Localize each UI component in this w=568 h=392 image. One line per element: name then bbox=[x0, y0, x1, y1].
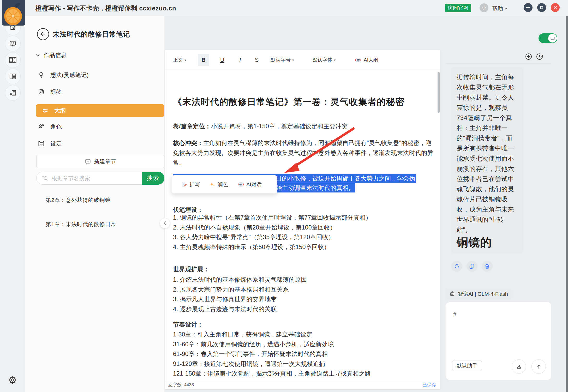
paragraph-label: 核心冲突： bbox=[173, 140, 203, 146]
regenerate-button[interactable] bbox=[451, 261, 462, 272]
export-button[interactable] bbox=[5, 85, 21, 101]
left-icon-rail bbox=[0, 16, 25, 392]
heading-worldview: 世界观扩展： bbox=[173, 264, 434, 274]
orange-logo-icon bbox=[2, 0, 25, 26]
selection-ai-popup: 扩写 润色 AI对话 bbox=[171, 175, 277, 194]
font-family-dropdown[interactable]: 默认字体▾ bbox=[313, 50, 336, 70]
assistant-selector-chip[interactable]: 默认助手 bbox=[452, 360, 482, 371]
polish-label: 润色 bbox=[218, 181, 228, 188]
underline-button[interactable]: U bbox=[217, 54, 228, 66]
caret-down-icon: ▾ bbox=[292, 58, 294, 62]
paragraph-text: 小说开篇卷，第1-150章，奠定基础设定和主要冲突 bbox=[211, 123, 348, 130]
sparkles-icon bbox=[209, 181, 216, 188]
delete-button[interactable] bbox=[482, 261, 493, 272]
robot-line-icon bbox=[449, 291, 455, 297]
title-bar: 橙橙写作 - 写作不卡壳，橙橙帮你剥 ccxiezuo.cn 访问官网 小 帮助 bbox=[0, 0, 568, 16]
chapter-row[interactable]: 第2章：意外获得的破铜镜 bbox=[25, 196, 164, 204]
font-size-dropdown[interactable]: 默认字号▾ bbox=[271, 50, 294, 70]
outline-item: 1. 介绍末法时代的基本修炼体系和灵气稀薄的原因 bbox=[173, 275, 434, 285]
strikethrough-button[interactable]: S bbox=[251, 54, 262, 66]
outline-item: 2. 末法时代的不自然现象（第20章开始埋设，第100章回收） bbox=[173, 223, 434, 233]
expand-writing-label: 扩写 bbox=[189, 181, 200, 188]
chapter-search: 搜索 bbox=[36, 172, 164, 185]
toggle-knob bbox=[548, 34, 557, 43]
outline-item: 61-90章：卷入第一个宗门事件，开始怀疑末法时代的真相 bbox=[173, 349, 434, 359]
polish-button[interactable]: 润色 bbox=[209, 181, 228, 188]
section-work-info[interactable]: 作品信息 bbox=[36, 51, 67, 59]
word-count: 总字数: 4433 bbox=[168, 382, 194, 388]
clear-context-button[interactable] bbox=[512, 359, 526, 374]
chapter-search-input[interactable] bbox=[51, 172, 138, 185]
close-icon bbox=[553, 6, 557, 9]
lightbulb-icon bbox=[38, 72, 45, 79]
user-avatar[interactable]: 小 bbox=[480, 3, 488, 12]
window-scrollbar[interactable] bbox=[566, 16, 568, 392]
ai-message-streaming-text: 铜镜的 bbox=[457, 235, 518, 249]
section-label: 作品信息 bbox=[44, 51, 67, 59]
new-chapter-button[interactable]: 新建章节 bbox=[36, 155, 164, 168]
sidebar-item-label: 角色 bbox=[50, 123, 62, 131]
ai-chat-button[interactable]: AI对话 bbox=[237, 181, 262, 188]
history-button[interactable] bbox=[536, 53, 543, 60]
worldview-list: 1. 介绍末法时代的基本修炼体系和灵气稀薄的原因2. 展现各大宗门势力的基本格局… bbox=[173, 275, 434, 314]
copy-button[interactable] bbox=[467, 261, 477, 272]
project-sidebar: 末法时代的散修日常笔记 作品信息 想法(灵感笔记) 标签 大纲 bbox=[25, 16, 164, 392]
editor-scrollbar[interactable] bbox=[438, 72, 440, 113]
back-button[interactable] bbox=[37, 28, 49, 40]
maximize-button[interactable] bbox=[537, 3, 546, 12]
grid-brackets-icon bbox=[38, 141, 45, 147]
outline-item: 1-30章：引入主角和日常，获得铜镜，建立基础设定 bbox=[173, 330, 434, 340]
document-content[interactable]: 《末法时代的散修日常笔记》第一卷：灵气收集者的秘密 卷/篇章定位：小说开篇卷，第… bbox=[165, 70, 440, 380]
reader-button[interactable] bbox=[5, 69, 21, 84]
sidebar-item-characters[interactable]: 角色 bbox=[38, 121, 160, 132]
send-button[interactable] bbox=[531, 359, 546, 374]
chat-input[interactable]: # bbox=[453, 311, 546, 318]
chapter-row[interactable]: 第1章：末法时代的散修日常 bbox=[25, 220, 164, 229]
help-menu[interactable]: 帮助 bbox=[492, 5, 508, 12]
ai-message-card: 据传输时间，主角每 次收集灵气都在无形 中削弱封禁。更令人 震惊的是，观察员 7… bbox=[451, 67, 523, 254]
chevron-down-icon bbox=[36, 54, 40, 57]
paragraph-positioning: 卷/篇章定位：小说开篇卷，第1-150章，奠定基础设定和主要冲突 bbox=[173, 122, 434, 131]
add-session-button[interactable] bbox=[525, 53, 532, 60]
chat-face-icon bbox=[9, 40, 16, 47]
sidebar-item-settings[interactable]: 设定 bbox=[38, 138, 160, 149]
ai-outline-button[interactable]: AI大纲 bbox=[355, 50, 378, 70]
user-gear-icon bbox=[38, 123, 45, 130]
panel-collapse-button[interactable] bbox=[160, 218, 170, 228]
arrow-left-icon bbox=[40, 32, 46, 37]
minimize-button[interactable] bbox=[524, 3, 533, 12]
paragraph-style-dropdown[interactable]: 正文▾ bbox=[173, 50, 186, 70]
saved-status: 已保存 bbox=[422, 382, 436, 388]
ai-outline-label: AI大纲 bbox=[364, 57, 378, 63]
new-chapter-label: 新建章节 bbox=[94, 158, 116, 165]
search-icon bbox=[42, 175, 49, 182]
copy-icon bbox=[469, 263, 475, 269]
panel-divider bbox=[445, 63, 551, 64]
app-title: 橙橙写作 - 写作不卡壳，橙橙帮你剥 ccxiezuo.cn bbox=[35, 4, 176, 13]
settings-button[interactable] bbox=[8, 376, 17, 384]
sidebar-item-outline-active[interactable]: 大纲 bbox=[36, 104, 164, 117]
open-book-icon bbox=[9, 57, 17, 63]
expand-writing-button[interactable]: 扩写 bbox=[181, 181, 200, 188]
bold-button[interactable]: B bbox=[198, 54, 209, 66]
paragraph-style-label: 正文 bbox=[173, 57, 183, 63]
sidebar-item-label: 设定 bbox=[50, 140, 62, 148]
outline-item: 91-120章：接近第七次使用铜镜，遭遇第一次大规模追捕 bbox=[173, 359, 434, 369]
chapter-list: 第2章：意外获得的破铜镜第1章：末法时代的散修日常 bbox=[25, 196, 164, 229]
sidebar-item-ideas[interactable]: 想法(灵感笔记) bbox=[38, 69, 160, 81]
search-button[interactable]: 搜索 bbox=[142, 172, 164, 185]
visit-site-button[interactable]: 访问官网 bbox=[445, 4, 471, 12]
sidebar-item-tags[interactable]: 标签 bbox=[38, 86, 160, 98]
ai-panel-toggle[interactable] bbox=[539, 33, 557, 43]
foreshadow-list: 1. 铜镜的异常特性（在第7章首次使用时埋设，第77章回收揭示部分真相）2. 末… bbox=[173, 213, 434, 252]
inspiration-chat-button[interactable] bbox=[5, 36, 21, 51]
model-name: 智谱AI | GLM-4-Flash bbox=[458, 291, 508, 298]
close-button[interactable] bbox=[551, 3, 560, 12]
model-selector-chip[interactable]: 智谱AI | GLM-4-Flash bbox=[445, 289, 512, 299]
italic-button[interactable]: I bbox=[235, 54, 246, 66]
outline-item: 3. 揭示凡人世界与修真世界的交界地带 bbox=[173, 294, 434, 304]
caret-down-icon: ▾ bbox=[184, 58, 186, 62]
outline-item: 4. 主角灵魂频率特殊的暗示（第50章埋设，第150章回收） bbox=[173, 242, 434, 252]
pacing-list: 1-30章：引入主角和日常，获得铜镜，建立基础设定31-60章：前几次使用铜镜的… bbox=[173, 330, 434, 379]
library-button[interactable] bbox=[5, 52, 21, 68]
